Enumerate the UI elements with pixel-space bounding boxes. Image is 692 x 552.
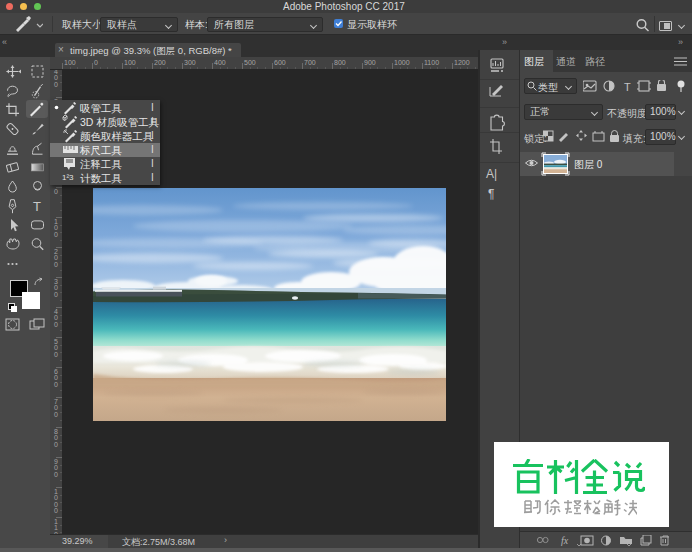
svg-text:1²3: 1²3 <box>62 173 74 182</box>
svg-text:T: T <box>33 199 41 214</box>
svg-text:fx: fx <box>561 535 569 546</box>
svg-text:¶: ¶ <box>488 187 494 201</box>
svg-text:A|: A| <box>486 167 497 181</box>
svg-text:T: T <box>624 81 631 93</box>
